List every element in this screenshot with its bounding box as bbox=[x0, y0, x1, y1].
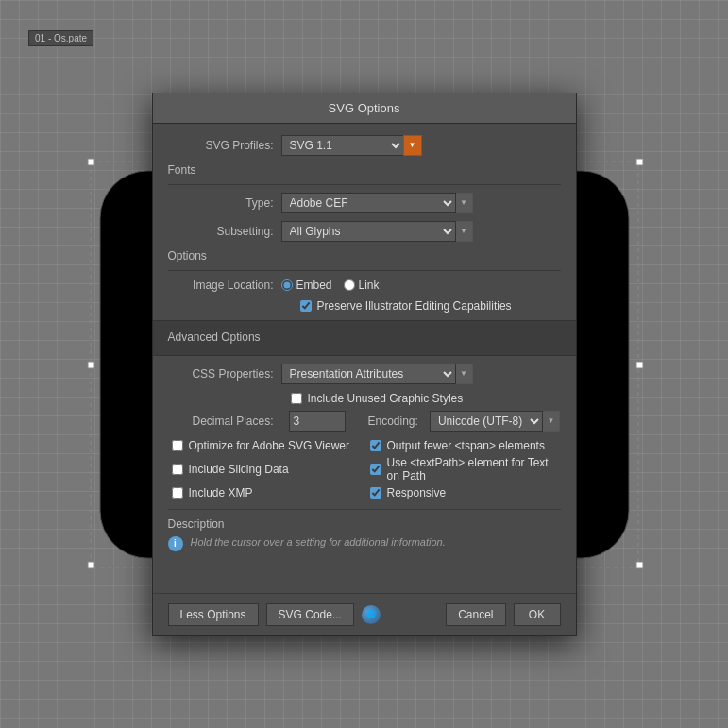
encoding-select[interactable]: Unicode (UTF-8) ISO-8859-1 UTF-16 bbox=[430, 411, 543, 432]
description-content: i Hold the cursor over a setting for add… bbox=[168, 536, 561, 574]
image-location-row: Image Location: Embed Link bbox=[168, 279, 561, 292]
responsive-label: Responsive bbox=[387, 486, 447, 499]
image-location-radio-group: Embed Link bbox=[281, 279, 380, 292]
type-select[interactable]: Adobe CEF SVG Convert to Outlines bbox=[281, 193, 456, 213]
link-radio-item[interactable]: Link bbox=[344, 279, 380, 292]
description-text: Hold the cursor over a setting for addit… bbox=[191, 536, 446, 548]
dialog-backdrop: SVG Options SVG Profiles: SVG 1.1 SVG 1.… bbox=[0, 0, 728, 728]
type-row: Type: Adobe CEF SVG Convert to Outlines … bbox=[168, 193, 561, 213]
css-properties-label: CSS Properties: bbox=[168, 367, 281, 381]
advanced-options-header: Advanced Options bbox=[168, 330, 561, 344]
svg-options-dialog: SVG Options SVG Profiles: SVG 1.1 SVG 1.… bbox=[152, 93, 577, 636]
subsetting-dropdown-btn[interactable]: ▼ bbox=[456, 221, 473, 242]
include-xmp-checkbox[interactable] bbox=[172, 487, 183, 499]
options-checkboxes: Optimize for Adobe SVG Viewer Output few… bbox=[168, 439, 561, 499]
output-fewer-checkbox-row: Output fewer <tspan> elements bbox=[370, 439, 561, 452]
dialog-title: SVG Options bbox=[153, 93, 576, 124]
include-xmp-label: Include XMP bbox=[189, 486, 253, 499]
embed-radio[interactable] bbox=[281, 279, 293, 291]
info-icon: i bbox=[168, 536, 183, 551]
encoding-label: Encoding: bbox=[368, 415, 418, 428]
description-section-label: Description bbox=[168, 517, 561, 531]
footer-right-buttons: Cancel OK bbox=[446, 603, 560, 626]
preserve-checkbox-row: Preserve Illustrator Editing Capabilitie… bbox=[168, 299, 561, 313]
css-properties-dropdown-btn[interactable]: ▼ bbox=[456, 364, 473, 384]
fonts-divider bbox=[168, 184, 561, 185]
include-slicing-checkbox-row: Include Slicing Data bbox=[172, 456, 363, 483]
svg-code-button[interactable]: SVG Code... bbox=[266, 603, 354, 626]
optimize-label: Optimize for Adobe SVG Viewer bbox=[189, 439, 350, 452]
svg-profiles-dropdown-btn[interactable] bbox=[403, 135, 422, 156]
embed-radio-item[interactable]: Embed bbox=[281, 279, 332, 292]
css-properties-row: CSS Properties: Presentation Attributes … bbox=[168, 364, 561, 384]
fonts-section-header: Fonts bbox=[168, 163, 561, 177]
svg-profiles-select[interactable]: SVG 1.1 SVG 1.0 SVG Tiny 1.2 bbox=[281, 135, 404, 156]
output-fewer-checkbox[interactable] bbox=[370, 440, 381, 451]
decimal-encoding-row: Decimal Places: Encoding: Unicode (UTF-8… bbox=[168, 411, 561, 432]
type-dropdown-btn[interactable]: ▼ bbox=[456, 193, 473, 213]
link-label: Link bbox=[359, 279, 380, 292]
dialog-body: SVG Profiles: SVG 1.1 SVG 1.0 SVG Tiny 1… bbox=[153, 124, 576, 585]
less-options-button[interactable]: Less Options bbox=[168, 603, 259, 626]
include-unused-label: Include Unused Graphic Styles bbox=[308, 392, 464, 405]
options-section-header: Options bbox=[168, 249, 561, 262]
ok-button[interactable]: OK bbox=[514, 603, 561, 626]
globe-icon[interactable]: 🌐 bbox=[362, 605, 381, 624]
include-slicing-label: Include Slicing Data bbox=[189, 463, 289, 476]
cancel-button[interactable]: Cancel bbox=[446, 603, 505, 626]
use-textpath-checkbox[interactable] bbox=[370, 464, 381, 475]
responsive-checkbox-row: Responsive bbox=[370, 486, 561, 499]
optimize-checkbox[interactable] bbox=[172, 440, 183, 451]
css-properties-select[interactable]: Presentation Attributes Style Attributes… bbox=[281, 364, 456, 384]
svg-profiles-row: SVG Profiles: SVG 1.1 SVG 1.0 SVG Tiny 1… bbox=[168, 135, 561, 156]
type-label: Type: bbox=[168, 196, 281, 210]
subsetting-label: Subsetting: bbox=[168, 225, 281, 238]
optimize-checkbox-row: Optimize for Adobe SVG Viewer bbox=[172, 439, 363, 452]
responsive-checkbox[interactable] bbox=[370, 487, 381, 499]
decimal-places-input[interactable] bbox=[289, 411, 346, 432]
embed-label: Embed bbox=[296, 279, 332, 292]
svg-profiles-label: SVG Profiles: bbox=[168, 139, 281, 152]
output-fewer-label: Output fewer <tspan> elements bbox=[387, 439, 545, 452]
footer-left-buttons: Less Options SVG Code... 🌐 bbox=[168, 603, 381, 626]
use-textpath-checkbox-row: Use <textPath> element for Text on Path bbox=[370, 456, 561, 483]
decimal-places-label: Decimal Places: bbox=[168, 415, 281, 428]
subsetting-row: Subsetting: All Glyphs Only Glyphs Used … bbox=[168, 221, 561, 242]
include-unused-checkbox[interactable] bbox=[291, 393, 302, 404]
use-textpath-label: Use <textPath> element for Text on Path bbox=[387, 456, 561, 483]
dialog-footer: Less Options SVG Code... 🌐 Cancel OK bbox=[153, 593, 576, 635]
link-radio[interactable] bbox=[344, 279, 355, 291]
image-location-label: Image Location: bbox=[168, 279, 281, 292]
preserve-label: Preserve Illustrator Editing Capabilitie… bbox=[317, 299, 512, 313]
preserve-checkbox[interactable] bbox=[300, 300, 312, 312]
options-divider bbox=[168, 270, 561, 271]
include-unused-row: Include Unused Graphic Styles bbox=[168, 392, 561, 405]
encoding-dropdown-btn[interactable]: ▼ bbox=[543, 411, 560, 432]
include-slicing-checkbox[interactable] bbox=[172, 464, 183, 475]
subsetting-select[interactable]: All Glyphs Only Glyphs Used Common Engli… bbox=[281, 221, 456, 242]
description-section: Description i Hold the cursor over a set… bbox=[168, 509, 561, 574]
include-xmp-checkbox-row: Include XMP bbox=[172, 486, 363, 499]
